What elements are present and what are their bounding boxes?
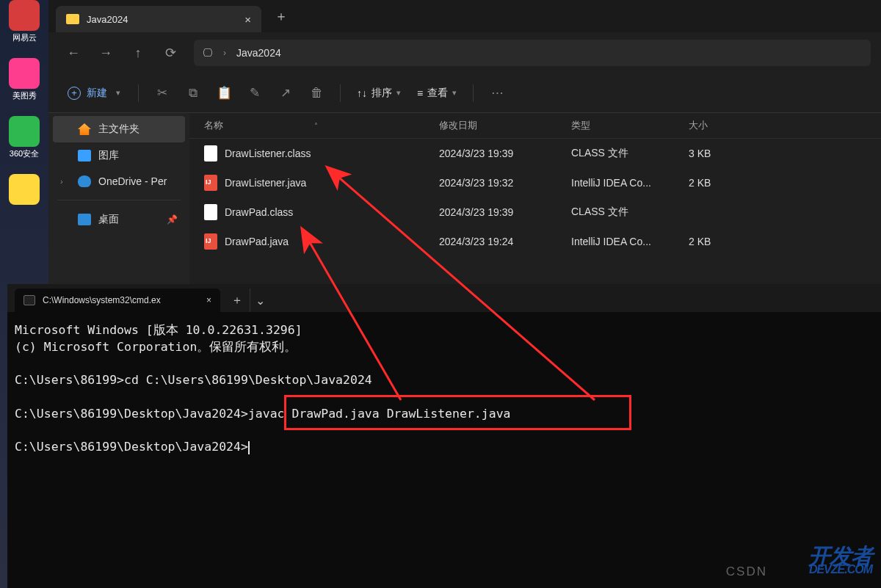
divider: [340, 84, 341, 102]
file-size: 2 KB: [689, 177, 777, 189]
rename-icon[interactable]: ✎: [240, 80, 269, 106]
desktop-icon: [78, 214, 91, 225]
term-line: (c) Microsoft Corporation。保留所有权利。: [15, 340, 297, 354]
explorer-tabbar: Java2024 × ＋: [48, 0, 881, 32]
refresh-button[interactable]: ⟳: [156, 40, 185, 66]
sort-icon: ↑↓: [357, 87, 367, 99]
terminal-dropdown-button[interactable]: ⌄: [250, 288, 270, 312]
close-icon[interactable]: ×: [244, 13, 251, 26]
sidebar-item-label: 桌面: [98, 213, 119, 226]
folder-icon: [66, 14, 79, 24]
file-date: 2024/3/23 19:32: [439, 177, 571, 189]
file-row[interactable]: DrawListener.java2024/3/23 19:32IntelliJ…: [189, 168, 881, 197]
monitor-icon: 🖵: [203, 47, 213, 59]
delete-icon[interactable]: 🗑: [302, 80, 331, 106]
file-explorer-window: Java2024 × ＋ ← → ↑ ⟳ 🖵 › Java2024 + 新建 ▾…: [48, 0, 881, 284]
desktop-app-icon[interactable]: 美图秀: [4, 58, 45, 101]
paste-icon[interactable]: 📋: [209, 80, 239, 106]
address-bar[interactable]: 🖵 › Java2024: [194, 40, 871, 66]
cut-icon[interactable]: ✂: [148, 80, 177, 106]
file-icon: [204, 145, 217, 161]
home-icon: [78, 123, 91, 135]
file-date: 2024/3/23 19:24: [439, 236, 571, 247]
file-type: IntelliJ IDEA Co...: [571, 236, 689, 247]
divider: [138, 84, 139, 102]
sidebar-item-label: 主文件夹: [98, 123, 139, 136]
view-button[interactable]: ≡ 查看 ▾: [410, 87, 464, 100]
forward-button[interactable]: →: [91, 40, 120, 66]
new-button[interactable]: + 新建 ▾: [59, 82, 129, 104]
sidebar-item-onedrive[interactable]: ›OneDrive - Per: [48, 169, 189, 194]
terminal-tab[interactable]: C:\Windows\system32\cmd.ex ×: [15, 288, 220, 312]
sidebar-item-label: OneDrive - Per: [98, 175, 167, 187]
term-line: C:\Users\86199\Desktop\Java2024>: [15, 440, 248, 454]
chevron-down-icon: ▾: [452, 88, 457, 98]
desktop-app-icon[interactable]: 360安全: [4, 116, 45, 159]
back-button[interactable]: ←: [59, 40, 88, 66]
chevron-down-icon: ▾: [116, 88, 120, 98]
terminal-window: C:\Windows\system32\cmd.ex × ＋ ⌄ Microso…: [7, 284, 881, 588]
explorer-navbar: ← → ↑ ⟳ 🖵 › Java2024: [48, 32, 881, 73]
desktop-app-icon[interactable]: [4, 174, 45, 206]
file-icon: [204, 233, 217, 250]
watermark-logo: 开发者 DEVZE.COM: [808, 548, 872, 575]
terminal-output[interactable]: Microsoft Windows [版本 10.0.22631.3296] (…: [7, 312, 881, 588]
gallery-icon: [78, 150, 91, 161]
view-label: 查看: [427, 87, 448, 100]
close-icon[interactable]: ×: [206, 295, 211, 305]
term-line: Microsoft Windows [版本 10.0.22631.3296]: [15, 323, 302, 337]
terminal-tab-title: C:\Windows\system32\cmd.ex: [43, 295, 161, 305]
term-line: C:\Users\86199\Desktop\Java2024>javac Dr…: [15, 407, 511, 421]
watermark-csdn: CSDN: [726, 565, 767, 579]
file-name: DrawListener.class: [225, 148, 311, 159]
sidebar-item-home[interactable]: 主文件夹: [53, 116, 185, 142]
onedrive-icon: [78, 175, 91, 187]
file-name: DrawListener.java: [225, 177, 306, 189]
col-name[interactable]: 名称: [204, 120, 223, 131]
more-icon[interactable]: ⋯: [482, 80, 512, 106]
breadcrumb[interactable]: Java2024: [236, 47, 281, 59]
explorer-tab[interactable]: Java2024 ×: [56, 6, 261, 32]
file-name: DrawPad.java: [225, 236, 289, 247]
file-type: CLASS 文件: [571, 147, 689, 160]
file-date: 2024/3/23 19:39: [439, 148, 571, 159]
up-button[interactable]: ↑: [123, 40, 153, 66]
copy-icon[interactable]: ⧉: [178, 80, 208, 106]
explorer-sidebar: 主文件夹图库›OneDrive - Per桌面📌: [48, 113, 189, 284]
new-tab-button[interactable]: ＋: [275, 7, 288, 25]
explorer-toolbar: + 新建 ▾ ✂ ⧉ 📋 ✎ ↗ 🗑 ↑↓ 排序 ▾ ≡ 查看 ▾ ⋯: [48, 73, 881, 113]
file-type: IntelliJ IDEA Co...: [571, 177, 689, 189]
file-icon: [204, 204, 217, 220]
terminal-tabbar: C:\Windows\system32\cmd.ex × ＋ ⌄: [7, 284, 881, 312]
col-size[interactable]: 大小: [689, 119, 777, 132]
col-date[interactable]: 修改日期: [439, 119, 571, 132]
sort-indicator-icon: ˄: [314, 122, 318, 130]
chevron-right-icon: ›: [223, 48, 226, 58]
term-line: C:\Users\86199>cd C:\Users\86199\Desktop…: [15, 373, 372, 387]
file-icon: [204, 175, 217, 191]
file-list-pane: 名称 ˄ 修改日期 类型 大小 DrawListener.class2024/3…: [189, 113, 881, 284]
sort-button[interactable]: ↑↓ 排序 ▾: [349, 87, 408, 100]
file-size: 2 KB: [689, 236, 777, 247]
col-type[interactable]: 类型: [571, 119, 689, 132]
sidebar-item-gallery[interactable]: 图库: [48, 142, 189, 169]
sidebar-item-desktop[interactable]: 桌面📌: [48, 206, 189, 233]
file-row[interactable]: DrawPad.class2024/3/23 19:39CLASS 文件: [189, 197, 881, 227]
file-name: DrawPad.class: [225, 206, 293, 218]
cmd-icon: [23, 295, 35, 305]
share-icon[interactable]: ↗: [271, 80, 300, 106]
cursor: [248, 441, 250, 454]
desktop-app-icon[interactable]: 网易云: [4, 0, 45, 43]
pin-icon: 📌: [167, 214, 178, 225]
chevron-down-icon: ▾: [396, 88, 401, 98]
new-label: 新建: [87, 87, 107, 100]
view-icon: ≡: [417, 87, 423, 99]
tab-title: Java2024: [87, 14, 128, 25]
sidebar-item-label: 图库: [98, 149, 119, 162]
plus-icon: +: [68, 87, 81, 100]
new-terminal-tab-button[interactable]: ＋: [225, 288, 250, 312]
file-row[interactable]: DrawListener.class2024/3/23 19:39CLASS 文…: [189, 139, 881, 168]
column-headers[interactable]: 名称 ˄ 修改日期 类型 大小: [189, 113, 881, 139]
file-date: 2024/3/23 19:39: [439, 206, 571, 218]
file-row[interactable]: DrawPad.java2024/3/23 19:24IntelliJ IDEA…: [189, 227, 881, 256]
